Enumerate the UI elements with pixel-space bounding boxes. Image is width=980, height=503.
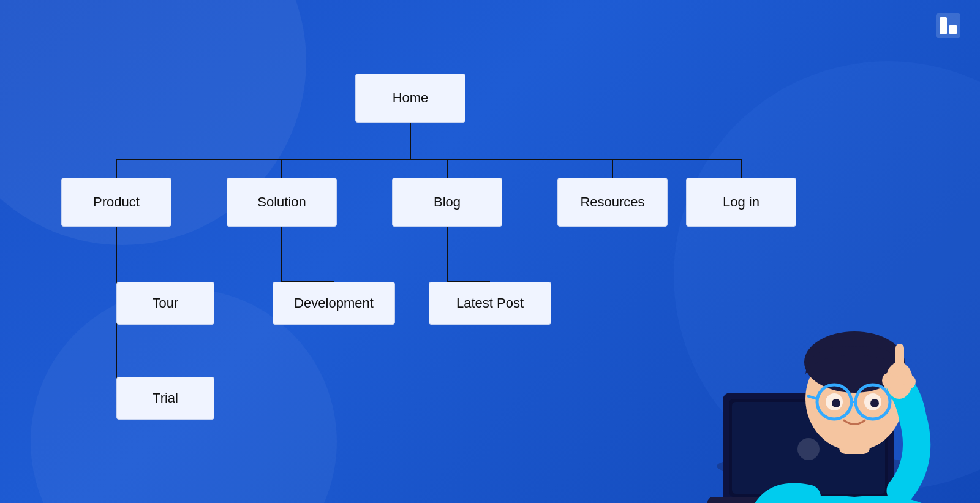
person-illustration (674, 197, 980, 503)
svg-point-36 (832, 399, 840, 407)
node-development[interactable]: Development (273, 282, 395, 325)
svg-point-40 (882, 373, 894, 388)
svg-rect-2 (949, 25, 957, 34)
node-product[interactable]: Product (61, 178, 172, 227)
node-solution[interactable]: Solution (227, 178, 337, 227)
svg-point-24 (797, 438, 820, 460)
svg-rect-1 (940, 17, 947, 34)
node-home[interactable]: Home (355, 74, 466, 123)
svg-point-41 (903, 375, 916, 388)
tree-diagram: Home Product Solution Blog Resources Log… (0, 37, 723, 466)
node-tour[interactable]: Tour (116, 282, 214, 325)
svg-point-37 (870, 399, 879, 407)
node-trial[interactable]: Trial (116, 377, 214, 420)
logo-icon (935, 12, 962, 39)
node-resources[interactable]: Resources (557, 178, 668, 227)
svg-rect-39 (895, 344, 904, 377)
node-latestpost[interactable]: Latest Post (429, 282, 551, 325)
node-blog[interactable]: Blog (392, 178, 502, 227)
